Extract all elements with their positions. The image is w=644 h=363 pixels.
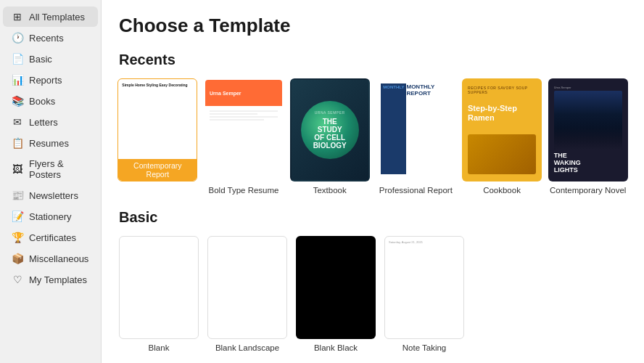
sidebar-item-basic[interactable]: 📄 Basic (3, 49, 98, 69)
ck-label: Recipes for Savory Soup Suppers (468, 86, 536, 94)
section-basic: Basic Blank Blank Landscape Blank Black … (119, 209, 627, 352)
label-professional-report: Professional Report (379, 186, 453, 195)
thumb-blank-landscape (207, 236, 287, 339)
label-note-taking: Note Taking (402, 343, 447, 352)
section-title-recents: Recents (119, 52, 627, 68)
heart-icon: ♡ (12, 274, 23, 285)
thumb-contemporary-report: Simple Home Styling Easy Decorating Cont… (117, 78, 197, 182)
selected-badge: ContemporaryReport (118, 159, 197, 181)
label-cookbook: Cookbook (483, 186, 521, 195)
sidebar: ⊞ All Templates 🕐 Recents 📄 Basic 📊 Repo… (0, 0, 102, 363)
thumb-novel: Urna Semper THEWAKINGLIGHTS (548, 78, 628, 182)
template-blank-landscape[interactable]: Blank Landscape (207, 236, 287, 352)
thumb-blank-black (296, 236, 376, 339)
textbook-author: Urna Semper (313, 110, 347, 115)
label-blank-landscape: Blank Landscape (215, 343, 279, 352)
bold-resume-body (205, 106, 282, 125)
textbook-title: THESTUDYOF CELLBIOLOGY (313, 118, 347, 150)
sidebar-label-stationery: Stationery (29, 211, 72, 222)
thumb-cookbook: Recipes for Savory Soup Suppers Step-by-… (462, 78, 542, 182)
sidebar-item-my-templates[interactable]: ♡ My Templates (3, 269, 98, 290)
thumb-note-taking: Saturday, August 21, 2021 (384, 236, 464, 339)
sidebar-label-letters: Letters (29, 117, 58, 128)
novel-image (554, 91, 622, 150)
ck-img (468, 134, 536, 174)
sidebar-label-miscellaneous: Miscellaneous (29, 253, 88, 264)
template-textbook[interactable]: Urna Semper THESTUDYOF CELLBIOLOGY Textb… (291, 78, 368, 195)
sidebar-item-flyers[interactable]: 🖼 Flyers & Posters (3, 154, 98, 184)
sidebar-item-miscellaneous[interactable]: 📦 Miscellaneous (3, 248, 98, 269)
flyer-icon: 🖼 (12, 163, 23, 175)
template-blank[interactable]: Blank (119, 236, 199, 352)
sidebar-label-my-templates: My Templates (29, 274, 87, 285)
section-title-basic: Basic (119, 209, 627, 226)
basic-row: Blank Blank Landscape Blank Black Saturd… (119, 236, 627, 352)
ck-title: Step-by-StepRamen (468, 104, 536, 121)
template-contemporary-report[interactable]: Simple Home Styling Easy Decorating Cont… (119, 78, 197, 195)
bold-resume-header: Urna Semper (205, 80, 282, 106)
sidebar-label-resumes: Resumes (29, 138, 69, 149)
sidebar-item-recents[interactable]: 🕐 Recents (3, 28, 98, 48)
thumb-blank (119, 236, 199, 339)
label-bold-resume: Bold Type Resume (209, 186, 279, 195)
template-contemporary-novel[interactable]: Urna Semper THEWAKINGLIGHTS Contemporary… (549, 78, 627, 195)
sidebar-label-books: Books (29, 96, 55, 107)
sidebar-label-flyers: Flyers & Posters (29, 158, 89, 180)
section-recents: Recents Simple Home Styling Easy Decorat… (119, 52, 627, 195)
thumb-professional-report: MONTHLY MONTHLYREPORT (376, 78, 455, 182)
thumb-textbook: Urna Semper THESTUDYOF CELLBIOLOGY (290, 78, 370, 182)
template-note-taking[interactable]: Saturday, August 21, 2021 Note Taking (384, 236, 464, 352)
misc-icon: 📦 (12, 253, 23, 264)
sidebar-item-books[interactable]: 📚 Books (3, 91, 98, 111)
note-header: Saturday, August 21, 2021 (389, 240, 423, 332)
sidebar-label-basic: Basic (29, 54, 52, 65)
label-textbook: Textbook (313, 186, 347, 195)
clock-icon: 🕐 (12, 32, 23, 44)
stationery-icon: 📝 (12, 211, 23, 222)
main-content: Choose a Template Recents Simple Home St… (102, 0, 644, 363)
sidebar-item-reports[interactable]: 📊 Reports (3, 70, 98, 90)
doc-icon: 📄 (12, 53, 23, 65)
template-bold-resume[interactable]: Urna Semper Bold Type Resume (205, 78, 283, 195)
sidebar-label-newsletters: Newsletters (29, 190, 78, 201)
template-professional-report[interactable]: MONTHLY MONTHLYREPORT Professional Repor… (377, 78, 455, 195)
sidebar-item-stationery[interactable]: 📝 Stationery (3, 206, 98, 227)
letter-icon: ✉ (12, 116, 23, 128)
sidebar-label-reports: Reports (29, 75, 62, 86)
novel-title: THEWAKINGLIGHTS (554, 152, 622, 174)
label-blank: Blank (149, 343, 170, 352)
template-blank-black[interactable]: Blank Black (296, 236, 376, 352)
chart-icon: 📊 (12, 74, 23, 86)
newsletter-icon: 📰 (12, 189, 23, 201)
sidebar-item-certificates[interactable]: 🏆 Certificates (3, 227, 98, 248)
sidebar-item-newsletters[interactable]: 📰 Newsletters (3, 185, 98, 205)
sidebar-label-recents: Recents (29, 33, 64, 44)
books-icon: 📚 (12, 95, 23, 107)
mr-header: MONTHLY (381, 83, 406, 174)
sidebar-item-all-templates[interactable]: ⊞ All Templates (3, 7, 98, 27)
mr-title: MONTHLYREPORT (406, 83, 434, 175)
sidebar-item-letters[interactable]: ✉ Letters (3, 112, 98, 132)
grid-icon: ⊞ (12, 11, 23, 23)
label-blank-black: Blank Black (314, 343, 358, 352)
sidebar-item-resumes[interactable]: 📋 Resumes (3, 133, 98, 153)
bold-resume-name: Urna Semper (210, 91, 242, 96)
recents-row: Simple Home Styling Easy Decorating Cont… (119, 78, 627, 195)
novel-author: Urna Semper (554, 86, 622, 89)
cert-icon: 🏆 (12, 232, 23, 243)
page-title: Choose a Template (119, 15, 627, 37)
sidebar-label-all-templates: All Templates (29, 12, 85, 23)
template-cookbook[interactable]: Recipes for Savory Soup Suppers Step-by-… (463, 78, 541, 195)
label-contemporary-novel: Contemporary Novel (550, 186, 626, 195)
sidebar-label-certificates: Certificates (29, 232, 76, 243)
thumb-bold-resume: Urna Semper (204, 78, 284, 182)
resume-icon: 📋 (12, 137, 23, 149)
